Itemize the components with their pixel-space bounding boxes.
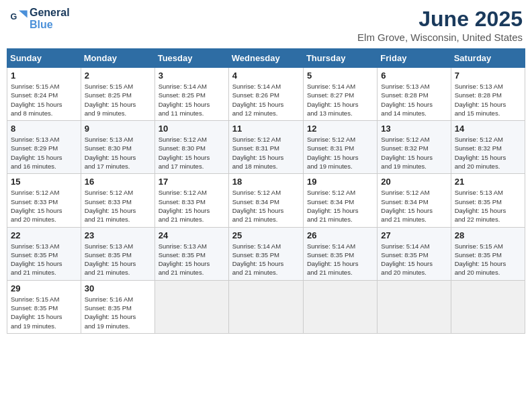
day-number: 8 xyxy=(11,124,77,134)
month-title: June 2025 xyxy=(357,7,523,32)
col-tuesday: Tuesday xyxy=(154,49,228,68)
table-row: 19Sunrise: 5:12 AM Sunset: 8:34 PM Dayli… xyxy=(303,174,377,227)
day-info: Sunrise: 5:15 AM Sunset: 8:35 PM Dayligh… xyxy=(455,242,521,277)
col-friday: Friday xyxy=(378,49,451,68)
day-info: Sunrise: 5:12 AM Sunset: 8:31 PM Dayligh… xyxy=(307,135,373,171)
day-info: Sunrise: 5:12 AM Sunset: 8:34 PM Dayligh… xyxy=(381,188,447,224)
day-info: Sunrise: 5:13 AM Sunset: 8:30 PM Dayligh… xyxy=(85,135,151,171)
table-row: 27Sunrise: 5:14 AM Sunset: 8:35 PM Dayli… xyxy=(378,227,451,280)
day-number: 28 xyxy=(455,230,521,240)
day-number: 1 xyxy=(11,71,77,81)
table-row: 20Sunrise: 5:12 AM Sunset: 8:34 PM Dayli… xyxy=(378,174,451,227)
day-info: Sunrise: 5:12 AM Sunset: 8:34 PM Dayligh… xyxy=(232,188,300,224)
day-info: Sunrise: 5:12 AM Sunset: 8:32 PM Dayligh… xyxy=(455,135,521,171)
table-row: 9Sunrise: 5:13 AM Sunset: 8:30 PM Daylig… xyxy=(81,121,154,174)
day-info: Sunrise: 5:12 AM Sunset: 8:33 PM Dayligh… xyxy=(85,188,151,224)
day-number: 19 xyxy=(307,177,373,187)
calendar-row: 29Sunrise: 5:15 AM Sunset: 8:35 PM Dayli… xyxy=(7,280,525,333)
calendar-row: 15Sunrise: 5:12 AM Sunset: 8:33 PM Dayli… xyxy=(7,174,525,227)
logo-icon: G xyxy=(9,9,28,28)
table-row xyxy=(378,280,451,333)
day-number: 3 xyxy=(159,71,225,81)
table-row xyxy=(154,280,228,333)
day-info: Sunrise: 5:13 AM Sunset: 8:35 PM Dayligh… xyxy=(85,242,151,277)
table-row: 4Sunrise: 5:14 AM Sunset: 8:26 PM Daylig… xyxy=(228,68,303,121)
day-number: 9 xyxy=(85,124,151,134)
day-number: 6 xyxy=(381,71,447,81)
table-row: 18Sunrise: 5:12 AM Sunset: 8:34 PM Dayli… xyxy=(228,174,303,227)
day-number: 18 xyxy=(232,177,300,187)
day-info: Sunrise: 5:13 AM Sunset: 8:35 PM Dayligh… xyxy=(455,188,521,224)
day-info: Sunrise: 5:14 AM Sunset: 8:35 PM Dayligh… xyxy=(232,242,300,277)
day-number: 11 xyxy=(232,124,300,134)
col-monday: Monday xyxy=(81,49,154,68)
day-number: 27 xyxy=(381,230,447,240)
table-row: 14Sunrise: 5:12 AM Sunset: 8:32 PM Dayli… xyxy=(451,121,525,174)
svg-text:G: G xyxy=(10,12,17,21)
table-row: 12Sunrise: 5:12 AM Sunset: 8:31 PM Dayli… xyxy=(303,121,377,174)
table-row: 29Sunrise: 5:15 AM Sunset: 8:35 PM Dayli… xyxy=(7,280,81,333)
day-info: Sunrise: 5:15 AM Sunset: 8:24 PM Dayligh… xyxy=(11,82,77,118)
day-number: 16 xyxy=(85,177,151,187)
table-row: 15Sunrise: 5:12 AM Sunset: 8:33 PM Dayli… xyxy=(7,174,81,227)
day-number: 20 xyxy=(381,177,447,187)
table-row xyxy=(303,280,377,333)
table-row: 11Sunrise: 5:12 AM Sunset: 8:31 PM Dayli… xyxy=(228,121,303,174)
table-row: 10Sunrise: 5:12 AM Sunset: 8:30 PM Dayli… xyxy=(154,121,228,174)
location: Elm Grove, Wisconsin, United States xyxy=(357,32,523,43)
day-number: 22 xyxy=(11,230,77,240)
day-number: 29 xyxy=(11,283,77,293)
day-info: Sunrise: 5:13 AM Sunset: 8:28 PM Dayligh… xyxy=(381,82,447,118)
day-info: Sunrise: 5:12 AM Sunset: 8:33 PM Dayligh… xyxy=(11,188,77,224)
day-info: Sunrise: 5:12 AM Sunset: 8:34 PM Dayligh… xyxy=(307,188,373,224)
table-row: 13Sunrise: 5:12 AM Sunset: 8:32 PM Dayli… xyxy=(378,121,451,174)
table-row: 24Sunrise: 5:13 AM Sunset: 8:35 PM Dayli… xyxy=(154,227,228,280)
day-info: Sunrise: 5:14 AM Sunset: 8:26 PM Dayligh… xyxy=(232,82,300,118)
day-info: Sunrise: 5:14 AM Sunset: 8:35 PM Dayligh… xyxy=(381,242,447,277)
day-number: 10 xyxy=(159,124,225,134)
table-row: 26Sunrise: 5:14 AM Sunset: 8:35 PM Dayli… xyxy=(303,227,377,280)
day-number: 23 xyxy=(85,230,151,240)
day-number: 24 xyxy=(159,230,225,240)
table-row: 6Sunrise: 5:13 AM Sunset: 8:28 PM Daylig… xyxy=(378,68,451,121)
table-row: 7Sunrise: 5:13 AM Sunset: 8:28 PM Daylig… xyxy=(451,68,525,121)
day-info: Sunrise: 5:14 AM Sunset: 8:27 PM Dayligh… xyxy=(307,82,373,118)
day-number: 26 xyxy=(307,230,373,240)
col-saturday: Saturday xyxy=(451,49,525,68)
table-row: 3Sunrise: 5:14 AM Sunset: 8:25 PM Daylig… xyxy=(154,68,228,121)
day-number: 25 xyxy=(232,230,300,240)
day-number: 7 xyxy=(455,71,521,81)
calendar-row: 22Sunrise: 5:13 AM Sunset: 8:35 PM Dayli… xyxy=(7,227,525,280)
day-info: Sunrise: 5:12 AM Sunset: 8:33 PM Dayligh… xyxy=(159,188,225,224)
day-info: Sunrise: 5:12 AM Sunset: 8:32 PM Dayligh… xyxy=(381,135,447,171)
table-row: 2Sunrise: 5:15 AM Sunset: 8:25 PM Daylig… xyxy=(81,68,154,121)
table-row: 17Sunrise: 5:12 AM Sunset: 8:33 PM Dayli… xyxy=(154,174,228,227)
day-info: Sunrise: 5:12 AM Sunset: 8:30 PM Dayligh… xyxy=(159,135,225,171)
day-number: 15 xyxy=(11,177,77,187)
day-info: Sunrise: 5:14 AM Sunset: 8:35 PM Dayligh… xyxy=(307,242,373,277)
calendar: Sunday Monday Tuesday Wednesday Thursday… xyxy=(7,48,525,334)
col-sunday: Sunday xyxy=(7,49,81,68)
table-row: 28Sunrise: 5:15 AM Sunset: 8:35 PM Dayli… xyxy=(451,227,525,280)
day-number: 12 xyxy=(307,124,373,134)
logo-text: General Blue xyxy=(30,7,70,30)
header: G General Blue June 2025 Elm Grove, Wisc… xyxy=(7,7,525,43)
day-info: Sunrise: 5:16 AM Sunset: 8:35 PM Dayligh… xyxy=(85,295,151,330)
table-row: 16Sunrise: 5:12 AM Sunset: 8:33 PM Dayli… xyxy=(81,174,154,227)
table-row: 25Sunrise: 5:14 AM Sunset: 8:35 PM Dayli… xyxy=(228,227,303,280)
table-row: 21Sunrise: 5:13 AM Sunset: 8:35 PM Dayli… xyxy=(451,174,525,227)
table-row: 30Sunrise: 5:16 AM Sunset: 8:35 PM Dayli… xyxy=(81,280,154,333)
day-number: 2 xyxy=(85,71,151,81)
title-area: June 2025 Elm Grove, Wisconsin, United S… xyxy=(357,7,523,43)
day-number: 13 xyxy=(381,124,447,134)
day-info: Sunrise: 5:13 AM Sunset: 8:35 PM Dayligh… xyxy=(11,242,77,277)
table-row: 1Sunrise: 5:15 AM Sunset: 8:24 PM Daylig… xyxy=(7,68,81,121)
table-row xyxy=(451,280,525,333)
day-number: 4 xyxy=(232,71,300,81)
table-row: 8Sunrise: 5:13 AM Sunset: 8:29 PM Daylig… xyxy=(7,121,81,174)
logo: G General Blue xyxy=(9,7,70,30)
col-wednesday: Wednesday xyxy=(228,49,303,68)
day-info: Sunrise: 5:12 AM Sunset: 8:31 PM Dayligh… xyxy=(232,135,300,171)
calendar-row: 1Sunrise: 5:15 AM Sunset: 8:24 PM Daylig… xyxy=(7,68,525,121)
day-number: 5 xyxy=(307,71,373,81)
